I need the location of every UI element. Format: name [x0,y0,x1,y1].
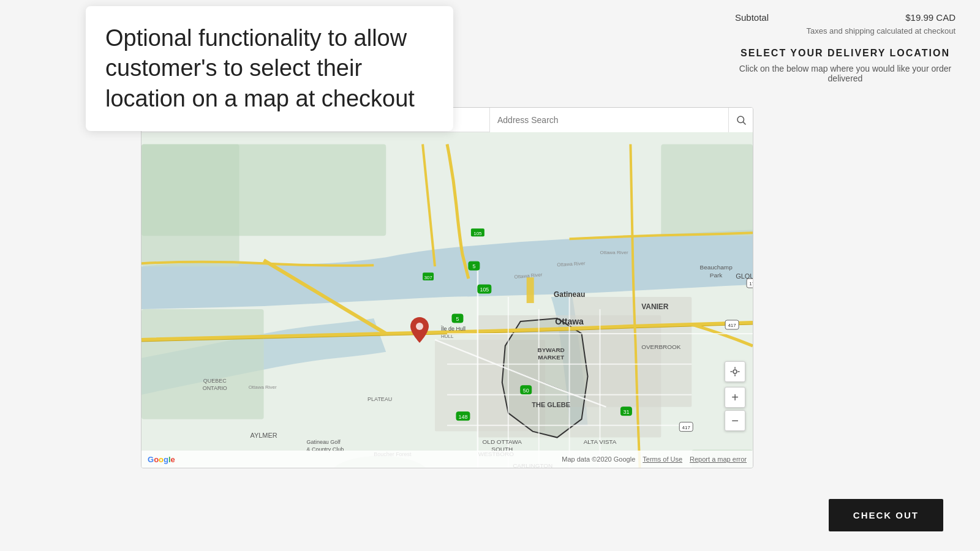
svg-text:Île de Hull: Île de Hull [440,326,466,332]
svg-text:THE GLEBE: THE GLEBE [532,401,570,408]
svg-text:Ottawa River: Ottawa River [600,250,628,255]
zoom-in-button[interactable]: + [725,387,745,408]
google-logo: Google [148,455,175,464]
svg-text:BYWARD: BYWARD [538,347,565,353]
svg-text:VANIER: VANIER [641,302,669,311]
svg-rect-22 [527,277,534,303]
svg-text:105: 105 [473,231,482,236]
svg-text:QUEBEC: QUEBEC [203,378,227,384]
svg-text:OLD OTTAWA: OLD OTTAWA [483,438,522,445]
map-data-credit: Map data ©2020 Google [562,455,635,463]
order-panel: Subtotal $19.99 CAD Taxes and shipping c… [723,0,980,105]
svg-text:HULL: HULL [441,334,454,339]
map-controls: + − [725,361,745,431]
location-pin-icon [410,317,429,343]
zoom-out-button[interactable]: − [725,410,745,431]
checkout-button[interactable]: CHECK OUT [829,499,943,531]
svg-point-79 [416,323,423,330]
svg-text:50: 50 [523,388,529,394]
svg-text:Gatineau: Gatineau [554,290,585,299]
location-button[interactable] [725,361,745,382]
tooltip-box: Optional functionality to allow customer… [86,6,453,131]
svg-point-80 [733,370,737,373]
svg-rect-8 [141,144,386,236]
svg-line-1 [743,122,745,124]
crosshair-icon [729,366,741,377]
svg-text:Gatineau Golf: Gatineau Golf [306,439,341,445]
subtotal-value: $19.99 CAD [905,12,956,23]
svg-text:174: 174 [749,281,753,287]
svg-text:Beauchamp: Beauchamp [700,264,733,271]
svg-text:Park: Park [710,272,723,279]
address-input[interactable] [490,115,728,125]
svg-text:105: 105 [480,287,489,293]
terms-link[interactable]: Terms of Use [643,455,682,463]
subtotal-label: Subtotal [735,12,769,23]
svg-text:Ottawa River: Ottawa River [249,384,277,390]
svg-text:PLATEAU: PLATEAU [368,396,392,402]
search-icon [736,114,747,126]
svg-text:OVERBROOK: OVERBROOK [641,343,681,350]
delivery-subtext: Click on the below map where you would l… [735,64,956,83]
svg-text:ALTA VISTA: ALTA VISTA [584,438,617,445]
tax-note: Taxes and shipping calculated at checkou… [735,26,956,36]
map-container[interactable]: Map Satellite [141,107,753,468]
svg-rect-11 [570,297,692,407]
svg-text:MARKET: MARKET [538,354,564,361]
svg-rect-4 [141,309,264,419]
tooltip-text: Optional functionality to allow customer… [105,23,434,114]
delivery-heading: SELECT YOUR DELIVERY LOCATION [735,48,956,59]
svg-point-0 [737,116,744,123]
svg-text:5: 5 [456,316,459,322]
map-footer: Google Map data ©2020 Google Terms of Us… [141,451,753,468]
svg-text:Ottawa: Ottawa [555,317,584,326]
svg-text:AYLMER: AYLMER [250,432,277,439]
svg-text:5: 5 [472,263,475,269]
svg-text:307: 307 [424,275,432,280]
svg-text:417: 417 [682,425,691,430]
address-search-bar[interactable] [489,108,753,132]
delivery-title: SELECT YOUR DELIVERY LOCATION [735,48,956,59]
svg-text:31: 31 [623,409,629,415]
search-button[interactable] [728,108,753,132]
map-pin [410,317,429,345]
svg-rect-5 [661,144,753,236]
subtotal-row: Subtotal $19.99 CAD [735,12,956,23]
report-link[interactable]: Report a map error [690,455,747,463]
map-background: Ottawa Gatineau VANIER OVERBROOK GLOUCES… [141,132,753,468]
svg-text:417: 417 [728,323,736,328]
svg-text:ONTARIO: ONTARIO [203,385,227,391]
svg-text:148: 148 [458,414,467,420]
